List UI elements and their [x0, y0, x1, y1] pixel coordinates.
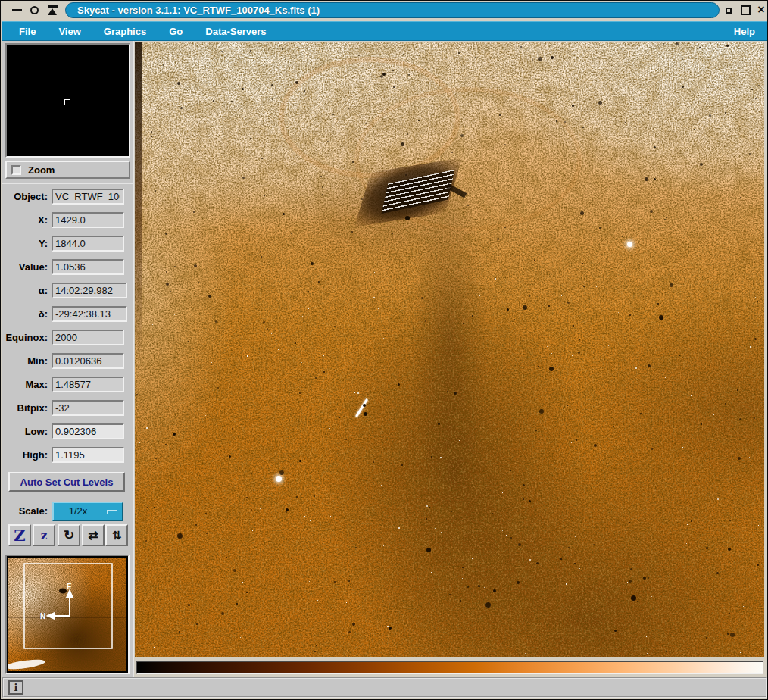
divider — [2, 183, 133, 184]
scale-dropdown[interactable]: 1/2x — [52, 502, 123, 521]
image-dark-edge — [135, 42, 142, 367]
min-label: Min: — [2, 353, 48, 369]
flip-y-icon[interactable]: ⇅ — [105, 524, 128, 546]
value-label: Value: — [2, 259, 48, 275]
maximize-icon[interactable] — [741, 5, 751, 15]
bright-star — [276, 476, 282, 482]
ra-field[interactable] — [52, 283, 127, 298]
control-panel: Zoom Object: X: Y: Value: α: δ: Equinox:… — [2, 41, 134, 697]
low-label: Low: — [2, 423, 48, 439]
statusbar: i — [2, 677, 767, 698]
high-label: High: — [2, 447, 48, 463]
rotate-icon[interactable]: ↻ — [58, 524, 80, 546]
bitpix-label: Bitpix: — [2, 400, 48, 416]
skycat-window: Skycat - version 3.1.1: VC_RTWF_100704_K… — [0, 0, 768, 700]
zoom-checkbox-label: Zoom — [28, 164, 55, 176]
zoom-preview — [5, 43, 130, 158]
equinox-field[interactable] — [52, 330, 124, 345]
menu-help[interactable]: Help — [734, 26, 755, 37]
dec-label: δ: — [2, 306, 48, 322]
x-label: X: — [2, 212, 48, 228]
maximize-triangle-icon[interactable] — [47, 5, 59, 16]
menu-go[interactable]: Go — [169, 26, 183, 37]
high-cut-field[interactable] — [52, 447, 124, 463]
menu-data-servers[interactable]: Data-Servers — [205, 26, 266, 37]
value-field[interactable] — [52, 259, 124, 275]
object-label: Object: — [2, 189, 48, 205]
y-field[interactable] — [52, 236, 124, 252]
max-field[interactable] — [52, 377, 124, 392]
main-image[interactable] — [135, 42, 764, 657]
colormap-bar[interactable] — [136, 661, 763, 674]
info-icon: i — [8, 680, 23, 695]
menu-graphics[interactable]: Graphics — [104, 26, 146, 37]
object-field[interactable] — [52, 189, 124, 205]
minimize-icon[interactable] — [12, 9, 22, 11]
close-icon[interactable]: × — [755, 3, 767, 17]
restore-icon[interactable] — [726, 8, 732, 14]
window-title: Skycat - version 3.1.1: VC_RTWF_100704_K… — [65, 2, 720, 18]
menu-view[interactable]: View — [58, 26, 80, 37]
bitpix-field[interactable] — [52, 400, 124, 416]
ra-label: α: — [2, 283, 48, 298]
menubar: File View Graphics Go Data-Servers Help — [2, 21, 767, 41]
scale-label: Scale: — [2, 502, 48, 521]
y-label: Y: — [2, 236, 48, 252]
detector-row-line — [135, 370, 764, 370]
zoom-cursor-rect — [64, 99, 70, 105]
flip-x-icon[interactable]: ⇄ — [82, 524, 105, 546]
shade-icon[interactable] — [30, 6, 39, 14]
compass-north-label: N — [40, 612, 45, 620]
pan-image[interactable]: E N — [8, 558, 126, 671]
zoom-toggle-row: Zoom — [5, 161, 130, 179]
zoom-checkbox[interactable] — [11, 165, 21, 175]
menu-file[interactable]: File — [19, 26, 36, 37]
bright-star — [627, 242, 632, 247]
compass-east-label: E — [67, 583, 72, 591]
low-cut-field[interactable] — [52, 423, 124, 439]
titlebar: Skycat - version 3.1.1: VC_RTWF_100704_K… — [2, 1, 766, 20]
x-field[interactable] — [52, 212, 124, 228]
max-label: Max: — [2, 377, 48, 392]
dropdown-indicator-icon — [107, 510, 117, 514]
scale-value: 1/2x — [54, 503, 102, 520]
zoom-in-button[interactable]: Z — [8, 524, 31, 546]
zoom-out-button[interactable]: z — [33, 524, 55, 546]
pan-window[interactable]: E N — [5, 555, 130, 674]
auto-set-cut-levels-button[interactable]: Auto Set Cut Levels — [8, 472, 125, 492]
dec-field[interactable] — [52, 306, 127, 322]
min-field[interactable] — [52, 353, 124, 369]
equinox-label: Equinox: — [2, 330, 48, 345]
